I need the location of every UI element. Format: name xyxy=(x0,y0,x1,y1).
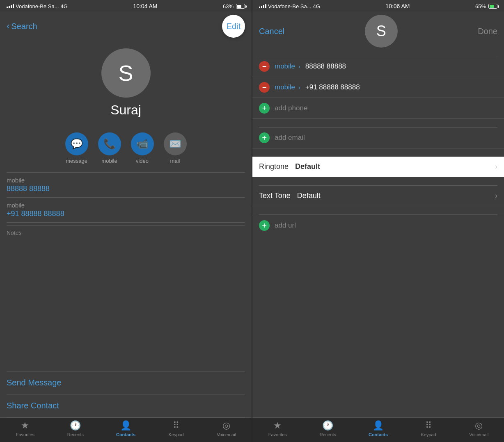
recents-label-right: Recents xyxy=(320,432,336,437)
action-buttons: 💬 message 📞 mobile 📹 video ✉️ mail xyxy=(0,132,252,172)
tab-keypad-right[interactable]: ⠿ Keypad xyxy=(403,420,454,440)
remove-phone-2-button[interactable]: − xyxy=(259,82,270,93)
video-action[interactable]: 📹 video xyxy=(131,132,154,164)
mobile-action[interactable]: 📞 mobile xyxy=(98,132,121,164)
field-value-1[interactable]: 88888 88888 xyxy=(7,185,245,193)
status-left: Vodafone-Be Sa... 4G xyxy=(7,3,68,9)
message-action[interactable]: 💬 message xyxy=(65,132,88,164)
text-tone-chevron-icon: › xyxy=(495,191,497,200)
keypad-label-left: Keypad xyxy=(168,432,183,437)
status-right-left: 63% xyxy=(223,3,245,9)
recents-label-left: Recents xyxy=(67,432,84,437)
nav-bar-right: Cancel S Done xyxy=(252,11,504,52)
favorites-icon-right: ★ xyxy=(273,420,282,431)
share-contact-row[interactable]: Share Contact xyxy=(0,394,252,417)
tab-recents-left[interactable]: 🕐 Recents xyxy=(50,420,101,440)
phone-type-arrow-2: › xyxy=(298,84,300,91)
back-button[interactable]: ‹ Search xyxy=(7,21,37,32)
edit-avatar: S xyxy=(365,15,398,48)
favorites-label-left: Favorites xyxy=(16,432,34,437)
status-right-phone-left: Vodafone-Be Sa... 4G xyxy=(259,3,320,9)
add-url-row[interactable]: + add url xyxy=(252,215,504,236)
carrier-left: Vodafone-Be Sa... xyxy=(16,3,59,9)
phone-field-1: mobile 88888 88888 xyxy=(0,173,252,197)
send-message-row[interactable]: Send Message xyxy=(0,371,252,394)
text-tone-row[interactable]: Text Tone Default › xyxy=(252,186,504,206)
voicemail-label-left: Voicemail xyxy=(217,432,236,437)
battery-pct-left: 63% xyxy=(223,3,234,9)
text-tone-value: Default xyxy=(297,191,495,200)
mail-action[interactable]: ✉️ mail xyxy=(164,132,187,164)
favorites-icon-left: ★ xyxy=(21,420,29,431)
contacts-icon-left: 👤 xyxy=(120,420,131,431)
phone-type-2[interactable]: mobile xyxy=(275,83,295,91)
signal-icon xyxy=(7,4,14,8)
time-left: 10:04 AM xyxy=(133,3,157,9)
add-url-label[interactable]: add url xyxy=(275,221,497,230)
notes-field: Notes xyxy=(0,226,252,240)
edit-button[interactable]: Edit xyxy=(222,15,245,38)
favorites-label-right: Favorites xyxy=(268,432,287,437)
edit-phone-row-2: − mobile › +91 88888 88888 xyxy=(252,77,504,98)
back-label[interactable]: Search xyxy=(11,22,37,31)
add-url-button[interactable]: + xyxy=(259,220,270,231)
recents-icon-left: 🕐 xyxy=(70,420,81,431)
mobile-label: mobile xyxy=(101,158,117,164)
tab-favorites-right[interactable]: ★ Favorites xyxy=(252,420,303,440)
edit-phone-row-1: − mobile › 88888 88888 xyxy=(252,56,504,77)
ringtone-value: Default xyxy=(295,162,495,171)
nav-bar-left: ‹ Search Edit xyxy=(0,11,252,42)
status-bar-right: Vodafone-Be Sa... 4G 10:06 AM 65% xyxy=(252,0,504,11)
voicemail-icon-left: ◎ xyxy=(222,420,230,431)
tab-contacts-left[interactable]: 👤 Contacts xyxy=(101,420,151,440)
back-chevron-icon: ‹ xyxy=(7,21,9,32)
message-icon[interactable]: 💬 xyxy=(65,132,88,155)
video-label: video xyxy=(136,158,149,164)
add-phone-label[interactable]: add phone xyxy=(275,104,497,112)
ringtone-chevron-icon: › xyxy=(495,162,497,171)
edit-avatar-initial: S xyxy=(376,23,386,40)
contacts-label-right: Contacts xyxy=(369,432,388,437)
contact-avatar-area: S Suraj xyxy=(0,42,252,132)
phone-type-1[interactable]: mobile xyxy=(275,62,295,71)
tab-voicemail-right[interactable]: ◎ Voicemail xyxy=(454,420,504,440)
ringtone-row[interactable]: Ringtone Default › xyxy=(252,157,504,177)
signal-icon-right xyxy=(259,4,266,8)
avatar-initial: S xyxy=(118,60,133,86)
network-left: 4G xyxy=(61,3,68,9)
left-phone: Vodafone-Be Sa... 4G 10:04 AM 63% ‹ Sear… xyxy=(0,0,252,442)
add-phone-button[interactable]: + xyxy=(259,103,270,114)
voicemail-label-right: Voicemail xyxy=(469,432,488,437)
phone-icon[interactable]: 📞 xyxy=(98,132,121,155)
time-right: 10:06 AM xyxy=(385,3,410,9)
tab-favorites-left[interactable]: ★ Favorites xyxy=(0,420,50,440)
network-right: 4G xyxy=(313,3,320,9)
phone-value-2[interactable]: +91 88888 88888 xyxy=(305,83,497,91)
field-label-2: mobile xyxy=(7,202,245,209)
remove-phone-1-button[interactable]: − xyxy=(259,61,270,72)
add-phone-row[interactable]: + add phone xyxy=(252,98,504,119)
status-right-phone-right: 65% xyxy=(475,3,497,9)
send-message-label[interactable]: Send Message xyxy=(7,378,61,387)
cancel-button[interactable]: Cancel xyxy=(259,27,284,36)
video-icon[interactable]: 📹 xyxy=(131,132,154,155)
share-contact-label[interactable]: Share Contact xyxy=(7,401,59,410)
tab-bar-left: ★ Favorites 🕐 Recents 👤 Contacts ⠿ Keypa… xyxy=(0,417,252,442)
add-email-row[interactable]: + add email xyxy=(252,128,504,148)
add-email-label[interactable]: add email xyxy=(275,134,497,142)
mail-icon[interactable]: ✉️ xyxy=(164,132,187,155)
tab-keypad-left[interactable]: ⠿ Keypad xyxy=(151,420,202,440)
battery-icon-right xyxy=(488,4,497,9)
tab-voicemail-left[interactable]: ◎ Voicemail xyxy=(201,420,252,440)
tab-recents-right[interactable]: 🕐 Recents xyxy=(303,420,353,440)
mail-label: mail xyxy=(170,158,180,164)
right-phone: Vodafone-Be Sa... 4G 10:06 AM 65% Cancel… xyxy=(252,0,504,442)
add-email-button[interactable]: + xyxy=(259,132,270,143)
tab-contacts-right[interactable]: 👤 Contacts xyxy=(353,420,403,440)
message-label: message xyxy=(66,158,87,164)
phone-value-1[interactable]: 88888 88888 xyxy=(305,62,497,71)
contact-avatar: S xyxy=(101,48,151,98)
field-value-2[interactable]: +91 88888 88888 xyxy=(7,210,245,218)
text-tone-label: Text Tone xyxy=(259,191,291,200)
battery-pct-right: 65% xyxy=(475,3,486,9)
